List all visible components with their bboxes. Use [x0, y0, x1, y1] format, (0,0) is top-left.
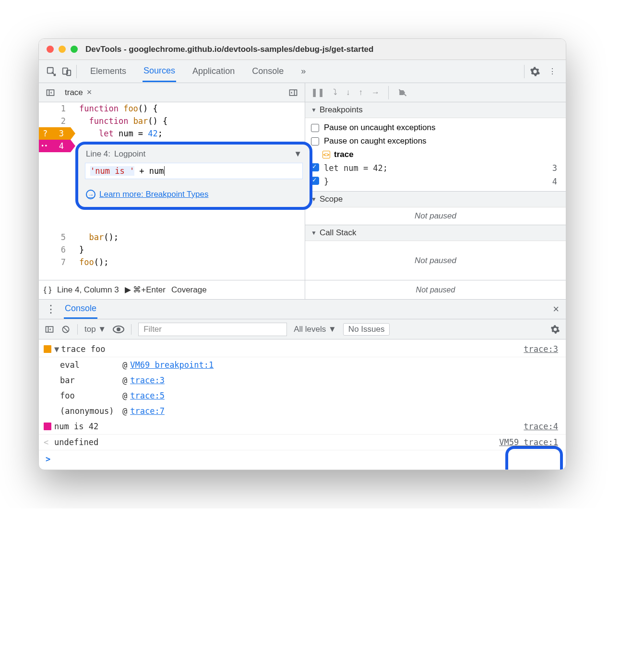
drawer-tab-console[interactable]: Console — [64, 300, 97, 319]
breakpoint-line-no: 4 — [552, 177, 560, 186]
close-file-icon[interactable]: × — [87, 87, 92, 97]
popup-line-label: Line 4: — [86, 149, 110, 159]
checkbox-label: Pause on uncaught exceptions — [324, 123, 436, 133]
menu-icon[interactable]: ⋮ — [546, 65, 559, 78]
context-selector[interactable]: top ▼ — [84, 325, 106, 334]
console-settings-icon[interactable] — [550, 325, 560, 334]
minimize-window-icon[interactable] — [59, 46, 66, 53]
issues-button[interactable]: No Issues — [343, 323, 390, 336]
tab-console[interactable]: Console — [251, 61, 285, 81]
expand-icon: ▼ — [311, 107, 317, 113]
file-tab-label: trace — [65, 88, 83, 97]
cursor-position: Line 4, Column 3 — [57, 285, 119, 295]
main-tabstrip: Elements Sources Application Console » ⋮ — [39, 60, 566, 83]
line-number[interactable]: 7 — [39, 256, 66, 268]
line-number-conditional-bp[interactable]: 3 — [39, 127, 71, 140]
inspect-element-icon[interactable] — [46, 66, 57, 77]
tab-elements[interactable]: Elements — [89, 61, 127, 81]
console-log-row[interactable]: num is 42 trace:4 — [39, 419, 566, 435]
console-trace-row[interactable]: ▼trace foo trace:3 — [39, 341, 566, 357]
maximize-window-icon[interactable] — [71, 46, 78, 53]
status-left: { } Line 4, Column 3 ▶ ⌘+Enter Coverage — [39, 280, 305, 299]
navigator-toggle-icon[interactable] — [44, 86, 57, 99]
sidebar-toggle-icon[interactable] — [45, 325, 54, 334]
stack-frame[interactable]: eval@VM69 breakpoint:1 — [60, 357, 566, 373]
stack-frame[interactable]: foo@trace:5 — [60, 388, 566, 403]
stack-frame[interactable]: (anonymous)@trace:7 — [60, 403, 566, 419]
source-link[interactable]: VM59 trace:1 — [499, 435, 558, 449]
source-link[interactable]: trace:5 — [130, 389, 165, 402]
run-snippet-button[interactable]: ▶ ⌘+Enter — [125, 285, 166, 295]
breakpoint-file-group[interactable]: <> trace — [311, 148, 560, 161]
settings-icon[interactable] — [528, 65, 542, 78]
checkbox-unchecked[interactable] — [311, 124, 319, 132]
logpoint-badge-icon — [44, 420, 54, 433]
checkbox-unchecked[interactable] — [311, 137, 319, 145]
drawer-menu-icon[interactable]: ⋮ — [46, 303, 56, 315]
close-window-icon[interactable] — [47, 46, 54, 53]
callstack-section-header[interactable]: ▼ Call Stack — [305, 225, 566, 241]
debugger-toolbar: ❚❚ ⤵ ↓ ↑ → — [305, 86, 566, 99]
traffic-lights — [47, 46, 78, 53]
line-number[interactable]: 5 — [39, 231, 66, 243]
learn-more-text: Learn more: Breakpoint Types — [99, 190, 208, 199]
scope-section-header[interactable]: ▼ Scope — [305, 191, 566, 207]
source-link[interactable]: trace:7 — [130, 404, 165, 418]
line-number[interactable]: 1 — [39, 102, 66, 115]
breakpoint-item[interactable]: let num = 42; 3 — [311, 161, 560, 175]
tab-more[interactable]: » — [300, 61, 307, 81]
pause-caught-row[interactable]: Pause on caught exceptions — [311, 134, 560, 148]
learn-more-link[interactable]: → Learn more: Breakpoint Types — [86, 190, 302, 199]
coverage-label[interactable]: Coverage — [171, 285, 207, 295]
pause-uncaught-row[interactable]: Pause on uncaught exceptions — [311, 121, 560, 134]
devtools-window: DevTools - googlechrome.github.io/devtoo… — [38, 38, 566, 470]
source-link[interactable]: trace:3 — [130, 374, 165, 387]
live-expression-icon[interactable] — [113, 326, 124, 333]
device-toggle-icon[interactable] — [61, 66, 72, 77]
clear-console-icon[interactable] — [61, 325, 71, 334]
sources-toolbar: trace × ❚❚ ⤵ ↓ ↑ → — [39, 83, 566, 102]
line-number[interactable]: 6 — [39, 243, 66, 256]
tab-sources[interactable]: Sources — [143, 61, 176, 82]
console-toolbar: top ▼ Filter All levels ▼ No Issues — [39, 319, 566, 339]
source-link[interactable]: VM69 breakpoint:1 — [130, 358, 214, 372]
stack-frame[interactable]: bar@trace:3 — [60, 373, 566, 388]
log-message: num is 42 — [54, 420, 524, 433]
popup-header: Line 4: Logpoint ▼ — [78, 145, 310, 163]
scope-not-paused: Not paused — [305, 207, 566, 225]
file-name: trace — [334, 150, 354, 159]
logpoint-expression-input[interactable]: 'num is ' + num — [85, 163, 303, 179]
select-value: Logpoint — [114, 149, 145, 159]
deactivate-breakpoints-icon[interactable] — [397, 88, 408, 97]
filter-input[interactable]: Filter — [138, 323, 287, 336]
step-over-icon[interactable]: ⤵ — [333, 88, 337, 97]
step-into-icon[interactable]: ↓ — [346, 88, 350, 97]
pretty-print-icon[interactable]: { } — [44, 285, 51, 295]
more-tabs-icon[interactable] — [286, 86, 300, 99]
pause-icon[interactable]: ❚❚ — [311, 87, 324, 97]
popup-footer: → Learn more: Breakpoint Types — [78, 183, 310, 207]
close-drawer-icon[interactable]: × — [553, 303, 559, 315]
divider — [131, 324, 131, 335]
log-levels-selector[interactable]: All levels ▼ — [294, 325, 336, 334]
step-out-icon[interactable]: ↑ — [359, 88, 363, 97]
source-link[interactable]: trace:4 — [524, 420, 558, 433]
breakpoint-type-select[interactable]: Logpoint ▼ — [114, 149, 302, 159]
step-icon[interactable]: → — [371, 88, 380, 97]
svg-point-10 — [117, 327, 120, 331]
breakpoint-item[interactable]: } 4 — [311, 175, 560, 188]
line-gutter[interactable]: 1 2 3 4 5 6 7 — [39, 102, 72, 280]
arrow-circle-icon: → — [86, 190, 95, 199]
breakpoints-section-header[interactable]: ▼ Breakpoints — [305, 102, 566, 118]
line-number-logpoint[interactable]: 4 — [39, 140, 71, 152]
file-tab-trace[interactable]: trace × — [62, 85, 95, 99]
console-return-row[interactable]: < undefined VM59 trace:1 — [39, 435, 566, 450]
source-link[interactable]: trace:3 — [524, 342, 558, 356]
status-right: Not paused — [305, 280, 566, 299]
tab-application[interactable]: Application — [191, 61, 236, 81]
line-number[interactable]: 2 — [39, 115, 66, 127]
expr-rest: + num — [134, 166, 164, 176]
divider — [77, 324, 78, 335]
callstack-not-paused: Not paused — [305, 241, 566, 280]
console-prompt[interactable]: > — [39, 450, 566, 468]
